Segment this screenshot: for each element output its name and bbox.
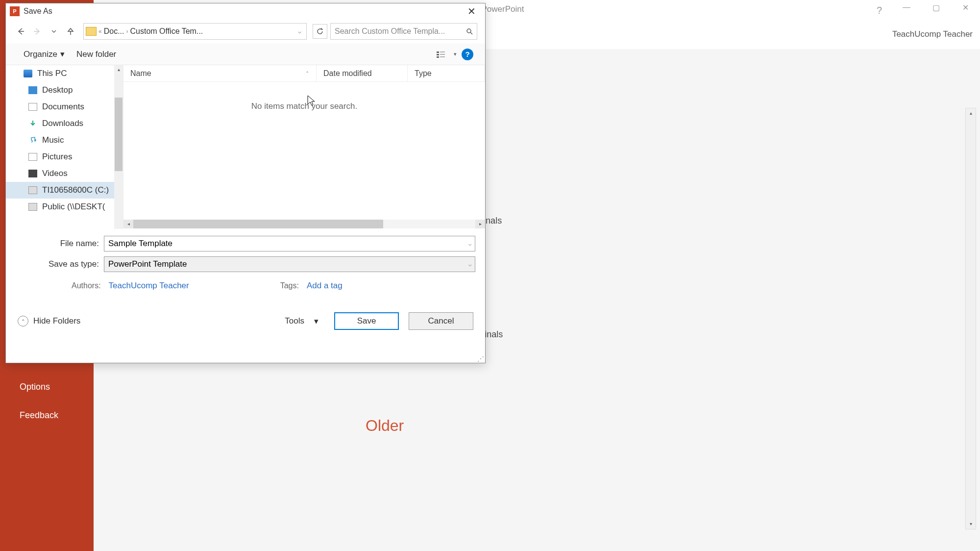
scroll-right-icon[interactable]: ▸ (475, 220, 485, 228)
save-type-select[interactable]: PowerPoint Template ⌵ (104, 256, 475, 272)
recent-locations-button[interactable] (47, 25, 61, 38)
tree-drive-c[interactable]: TI10658600C (C:) (6, 182, 123, 199)
document-icon (28, 103, 37, 111)
download-icon (28, 120, 37, 127)
back-button[interactable] (14, 25, 27, 38)
save-type-row: Save as type: PowerPoint Template ⌵ (16, 256, 475, 272)
pc-icon (24, 70, 32, 77)
tree-pictures[interactable]: Pictures (6, 149, 123, 165)
dialog-title: Save As (24, 7, 462, 16)
desktop-icon (28, 86, 37, 94)
authors-value[interactable]: TeachUcomp Teacher (109, 281, 189, 291)
content-scrollbar[interactable]: ▴ ▾ (965, 108, 976, 529)
chevron-down-icon: ▾ (60, 49, 65, 59)
tags-value[interactable]: Add a tag (307, 281, 343, 291)
cancel-button[interactable]: Cancel (409, 312, 473, 330)
svg-rect-5 (437, 54, 439, 55)
help-icon[interactable]: ? (877, 5, 882, 16)
breadcrumb-seg-1[interactable]: Doc... (104, 27, 124, 36)
resize-grip-icon[interactable]: ⋰ (477, 355, 484, 362)
minimize-icon[interactable]: — (892, 0, 921, 15)
scroll-down-icon[interactable]: ▾ (966, 519, 976, 529)
scroll-thumb[interactable] (133, 220, 383, 228)
hide-folders-button[interactable]: ⌃ Hide Folders (18, 316, 80, 326)
authors-label: Authors: (72, 281, 101, 290)
svg-rect-4 (437, 51, 439, 53)
horizontal-scrollbar[interactable]: ◂ ▸ (123, 219, 485, 229)
forward-button[interactable] (30, 25, 44, 38)
view-options-button[interactable] (433, 49, 449, 60)
empty-message: No items match your search. (123, 82, 485, 131)
tools-button[interactable]: Tools ▾ (279, 314, 324, 328)
tree-downloads[interactable]: Downloads (6, 115, 123, 132)
dialog-body: This PC Desktop Documents Downloads (6, 65, 485, 229)
dialog-footer: ⌃ Hide Folders Tools ▾ Save Cancel (6, 298, 485, 339)
chevron-right-icon: › (126, 28, 128, 35)
chevron-down-icon[interactable]: ⌵ (468, 241, 472, 247)
user-name[interactable]: TeachUcomp Teacher (892, 29, 973, 39)
svg-rect-6 (437, 56, 439, 58)
file-name-input[interactable]: Sample Template ⌵ (104, 236, 475, 251)
chevron-down-icon[interactable]: ▾ (454, 51, 457, 57)
scroll-up-icon[interactable]: ▴ (966, 108, 976, 118)
chevron-down-icon[interactable]: ⌵ (468, 261, 472, 268)
tree-public[interactable]: Public (\\DESKT( ⌵ (6, 199, 123, 215)
chevron-left-icon: « (98, 28, 102, 35)
save-button[interactable]: Save (334, 312, 399, 330)
column-name[interactable]: Name ⌃ (123, 65, 317, 81)
powerpoint-icon: P (10, 6, 20, 16)
maximize-icon[interactable]: ▢ (921, 0, 951, 15)
tree-desktop[interactable]: Desktop (6, 82, 123, 99)
breadcrumb-dropdown-icon[interactable]: ⌵ (298, 28, 304, 35)
save-as-dialog: P Save As ✕ « Doc... › Custom Office Tem… (5, 3, 486, 363)
column-type[interactable]: Type (408, 65, 485, 81)
scroll-left-icon[interactable]: ◂ (123, 220, 133, 228)
dialog-titlebar: P Save As ✕ (6, 3, 485, 19)
sidebar-options[interactable]: Options (0, 375, 70, 399)
up-button[interactable] (64, 25, 77, 38)
file-name-label: File name: (16, 239, 104, 249)
column-date[interactable]: Date modified (317, 65, 408, 81)
search-input[interactable]: Search Custom Office Templa... (330, 23, 477, 40)
tree-music[interactable]: Music (6, 132, 123, 149)
music-icon (28, 136, 37, 144)
cursor-icon (307, 95, 316, 106)
chevron-up-icon: ⌃ (18, 316, 28, 326)
file-name-row: File name: Sample Template ⌵ (16, 236, 475, 251)
scroll-thumb[interactable] (115, 98, 122, 171)
save-type-label: Save as type: (16, 259, 104, 269)
dialog-nav: « Doc... › Custom Office Tem... ⌵ Search… (6, 19, 485, 44)
network-drive-icon (28, 203, 37, 211)
close-icon[interactable]: ✕ (951, 0, 980, 15)
new-folder-button[interactable]: New folder (71, 47, 122, 62)
videos-icon (28, 170, 37, 177)
breadcrumb[interactable]: « Doc... › Custom Office Tem... ⌵ (83, 23, 307, 40)
meta-row: Authors: TeachUcomp Teacher Tags: Add a … (16, 277, 475, 291)
sort-asc-icon: ⌃ (305, 71, 309, 76)
refresh-button[interactable] (313, 24, 327, 39)
search-icon[interactable] (466, 28, 473, 35)
search-placeholder: Search Custom Office Templa... (335, 27, 466, 36)
tags-label: Tags: (280, 281, 299, 290)
folder-tree: This PC Desktop Documents Downloads (6, 65, 123, 229)
organize-button[interactable]: Organize ▾ (18, 46, 71, 62)
older-heading: Older (366, 417, 404, 435)
tree-scrollbar[interactable]: ▴ (114, 65, 123, 229)
pictures-icon (28, 153, 37, 161)
dialog-toolbar: Organize ▾ New folder ▾ ? (6, 44, 485, 65)
tree-documents[interactable]: Documents (6, 99, 123, 115)
dialog-close-button[interactable]: ✕ (462, 4, 481, 18)
chevron-down-icon: ▾ (314, 316, 318, 326)
svg-line-3 (470, 32, 472, 34)
window-controls: — ▢ ✕ (892, 0, 980, 15)
dialog-fields: File name: Sample Template ⌵ Save as typ… (6, 229, 485, 298)
tree-videos[interactable]: Videos (6, 165, 123, 182)
list-header: Name ⌃ Date modified Type (123, 65, 485, 82)
breadcrumb-seg-2[interactable]: Custom Office Tem... (130, 27, 203, 36)
help-button[interactable]: ? (462, 49, 473, 60)
scroll-up-icon[interactable]: ▴ (114, 65, 123, 74)
scroll-track[interactable] (133, 220, 475, 228)
tree-this-pc[interactable]: This PC (6, 65, 123, 82)
drive-icon (28, 186, 37, 194)
sidebar-feedback[interactable]: Feedback (0, 403, 78, 427)
